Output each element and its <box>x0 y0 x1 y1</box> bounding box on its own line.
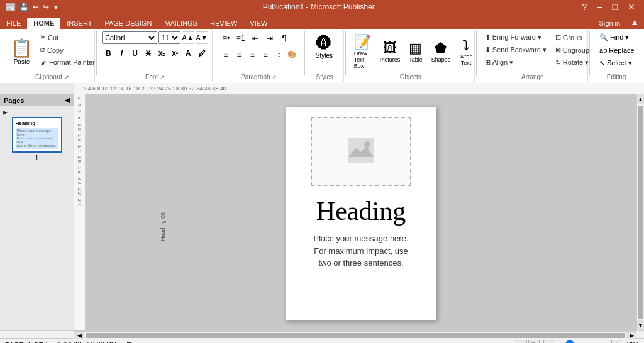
ungroup-icon: ⊠ <box>555 46 561 54</box>
bring-forward-btn[interactable]: ⬆ Bring Forward ▾ <box>482 31 550 43</box>
scroll-up-btn[interactable]: ▲ <box>637 94 644 104</box>
justify-btn[interactable]: ≡ <box>259 48 272 62</box>
font-family-select[interactable]: Calibri <box>102 31 157 44</box>
wrap-text-btn[interactable]: ⤵ WrapText <box>456 35 475 68</box>
ungroup-btn[interactable]: ⊠ Ungroup <box>552 44 592 56</box>
redo-btn[interactable]: ↪ <box>43 3 49 11</box>
zoom-level: 45% <box>625 341 639 344</box>
font-size-select[interactable]: 11 <box>158 31 180 44</box>
text-highlight-btn[interactable]: 🖊 <box>195 46 208 60</box>
font-size-decrease-btn[interactable]: A▼ <box>196 31 208 44</box>
find-btn[interactable]: 🔍 Find ▾ <box>595 31 638 43</box>
align-btn[interactable]: ⊞ Align ▾ <box>482 57 550 68</box>
thumb-text-1: Place your message here. <box>17 129 57 136</box>
separator-4 <box>345 31 346 75</box>
thumb-highlight: Place your message here. For maximum imp… <box>16 128 58 149</box>
ribbon-collapse-btn[interactable]: ▲ <box>625 15 644 29</box>
tab-home[interactable]: HOME <box>27 18 60 29</box>
format-painter-button[interactable]: 🖌 Format Painter <box>37 57 98 68</box>
rotate-btn[interactable]: ↻ Rotate ▾ <box>552 57 592 68</box>
paste-button[interactable]: 📋 Paste <box>6 31 37 72</box>
format-painter-icon: 🖌 <box>40 58 47 66</box>
send-backward-btn[interactable]: ⬇ Send Backward ▾ <box>482 44 550 56</box>
quick-access-more[interactable]: ▼ <box>53 4 59 11</box>
single-page-view-btn[interactable]: □ <box>516 340 527 344</box>
vertical-ruler: 2 4 6 8 10 12 14 16 18 20 22 24 <box>74 94 86 330</box>
heading03-label: Heading 03 <box>160 212 166 241</box>
undo-btn[interactable]: ↩ <box>33 3 39 11</box>
subscript-btn[interactable]: X₂ <box>155 46 168 60</box>
ribbon-content: 📋 Paste ✂ Cut ⧉ Copy 🖌 Format Painter <box>0 29 644 83</box>
italic-btn[interactable]: I <box>115 46 128 60</box>
pages-panel-header: Pages ◀ <box>0 94 74 106</box>
ruler-marking: 2 4 6 8 10 12 14 16 18 20 22 24 26 28 30… <box>83 85 226 92</box>
styles-button[interactable]: 🅐 Styles <box>310 31 338 62</box>
help-btn[interactable]: ? <box>579 2 591 12</box>
pages-collapse-btn[interactable]: ◀ <box>65 96 70 104</box>
canvas-body-line2: For maximum impact, use <box>314 246 408 256</box>
quick-access-save[interactable]: 💾 <box>19 3 29 11</box>
table-btn[interactable]: ▦ Table <box>406 38 426 65</box>
restore-btn[interactable]: □ <box>609 2 621 12</box>
zoom-out-btn[interactable]: − <box>543 340 553 344</box>
align-center-btn[interactable]: ≡ <box>233 48 245 62</box>
font-expand-icon[interactable]: ↗ <box>160 74 165 80</box>
scroll-left-btn[interactable]: ◀ <box>74 332 84 339</box>
separator-5 <box>476 31 477 75</box>
horizontal-scrollbar[interactable]: ◀ ▶ <box>74 331 636 339</box>
scroll-right-btn[interactable]: ▶ <box>626 332 636 339</box>
wrap-text-icon: ⤵ <box>462 37 469 53</box>
image-placeholder-icon <box>348 138 374 165</box>
shading-btn[interactable]: 🎨 <box>286 48 299 62</box>
strikethrough-btn[interactable]: X <box>142 46 155 60</box>
draw-text-box-btn[interactable]: 📝 DrawText Box <box>351 32 374 71</box>
tab-file[interactable]: FILE <box>0 18 27 29</box>
line-spacing-btn[interactable]: ↕ <box>272 48 285 62</box>
rotate-icon: ↻ <box>555 58 561 67</box>
scroll-thumb-v[interactable] <box>638 106 643 319</box>
align-left-btn[interactable]: ≡ <box>219 48 232 62</box>
cut-button[interactable]: ✂ Cut <box>37 31 98 43</box>
bold-btn[interactable]: B <box>102 46 114 60</box>
replace-btn[interactable]: ab Replace <box>595 45 638 56</box>
underline-btn[interactable]: U <box>129 46 142 60</box>
tab-mailings[interactable]: MAILINGS <box>158 18 204 29</box>
tab-view[interactable]: VIEW <box>243 18 274 29</box>
close-btn[interactable]: ✕ <box>624 2 639 12</box>
superscript-btn[interactable]: X² <box>169 46 181 60</box>
two-page-view-btn[interactable]: ⧉ <box>528 340 540 344</box>
vertical-scrollbar[interactable]: ▲ ▼ <box>636 94 644 330</box>
increase-indent-btn[interactable]: ⇥ <box>263 31 277 45</box>
zoom-in-btn[interactable]: + <box>611 340 621 344</box>
group-btn[interactable]: ⊡ Group <box>552 31 592 43</box>
show-hide-btn[interactable]: ¶ <box>277 31 291 45</box>
tab-page-design[interactable]: PAGE DESIGN <box>98 18 158 29</box>
font-color-btn[interactable]: A <box>182 46 194 60</box>
layout-icon: ⊞ <box>126 340 132 343</box>
decrease-indent-btn[interactable]: ⇤ <box>248 31 262 45</box>
paste-icon: 📋 <box>11 38 33 58</box>
sign-in-btn[interactable]: Sign in <box>594 18 626 29</box>
scroll-down-btn[interactable]: ▼ <box>637 320 644 330</box>
clipboard-expand-icon[interactable]: ↗ <box>64 74 69 80</box>
minimize-btn[interactable]: − <box>593 2 606 12</box>
image-placeholder[interactable] <box>311 117 411 186</box>
tab-review[interactable]: REVIEW <box>204 18 243 29</box>
cursor-icon: ↖ <box>57 340 62 343</box>
align-right-btn[interactable]: ≡ <box>246 48 258 62</box>
paragraph-expand-icon[interactable]: ↗ <box>272 74 277 80</box>
tab-insert[interactable]: INSERT <box>60 18 98 29</box>
select-btn[interactable]: ↖ Select ▾ <box>595 57 638 69</box>
page-1-thumbnail[interactable]: Heading Place your message here. For max… <box>12 117 62 153</box>
scroll-thumb-h[interactable] <box>86 333 625 338</box>
bullets-btn[interactable]: ≡• <box>219 31 233 45</box>
shapes-btn[interactable]: ⬟ Shapes <box>428 38 454 65</box>
pictures-btn[interactable]: 🖼 Pictures <box>377 38 404 65</box>
page-canvas: Heading Place your message here. For max… <box>286 107 436 320</box>
copy-button[interactable]: ⧉ Copy <box>37 44 98 56</box>
font-size-increase-btn[interactable]: A▲ <box>182 31 194 44</box>
arrange-group: ⬆ Bring Forward ▾ ⬇ Send Backward ▾ ⊞ Al… <box>478 30 588 82</box>
ribbon-tabs: FILE HOME INSERT PAGE DESIGN MAILINGS RE… <box>0 14 644 29</box>
hscroll-spacer <box>0 331 74 338</box>
numbering-btn[interactable]: ≡1 <box>234 31 248 45</box>
